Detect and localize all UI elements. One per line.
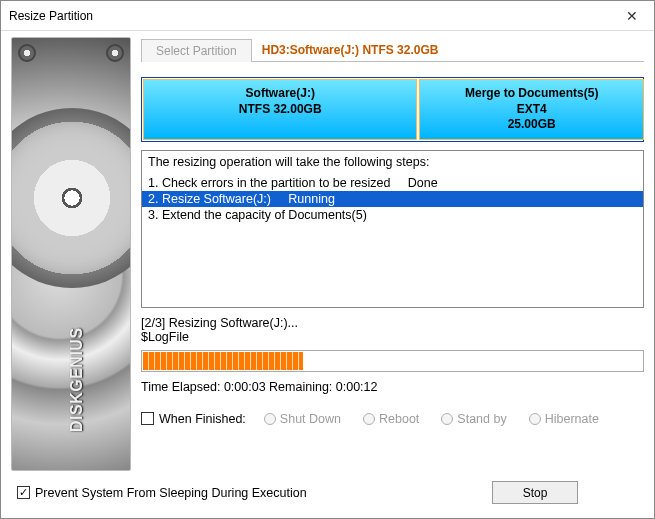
window-title: Resize Partition [9,9,609,23]
status-line-1: [2/3] Resizing Software(J:)... [141,316,644,330]
partition-source-detail: NTFS 32.00GB [148,102,412,118]
tab-row: Select Partition HD3:Software(J:) NTFS 3… [141,37,644,63]
checkbox-icon: ✓ [17,486,30,499]
timing-label: Time Elapsed: 0:00:03 Remaining: 0:00:12 [141,380,644,394]
radio-icon [363,413,375,425]
prevent-sleep-label: Prevent System From Sleeping During Exec… [35,486,307,500]
resize-partition-window: Resize Partition ✕ DISKGENIUS Select Par… [0,0,655,519]
brand-text: DISKGENIUS [68,327,86,432]
when-finished-option: Shut Down [264,412,341,426]
partition-source[interactable]: Software(J:) NTFS 32.00GB [143,79,417,140]
steps-intro: The resizing operation will take the fol… [142,153,643,175]
status-line-2: $LogFile [141,330,644,344]
partition-bar[interactable]: Software(J:) NTFS 32.00GB Merge to Docum… [141,77,644,142]
checkbox-icon [141,412,154,425]
partition-target[interactable]: Merge to Documents(5) EXT4 25.00GB [419,79,644,140]
disk-illustration: DISKGENIUS [11,37,131,471]
when-finished-row: When Finished: Shut DownRebootStand byHi… [141,412,644,426]
when-finished-option: Stand by [441,412,506,426]
radio-icon [264,413,276,425]
stop-button[interactable]: Stop [492,481,578,504]
titlebar: Resize Partition ✕ [1,1,654,31]
partition-source-name: Software(J:) [148,86,412,102]
partition-target-size: 25.00GB [424,117,639,133]
step-row[interactable]: 2. Resize Software(J:) Running [142,191,643,207]
radio-icon [441,413,453,425]
partition-target-name: Merge to Documents(5) [424,86,639,102]
current-partition-label: HD3:Software(J:) NTFS 32.0GB [252,39,644,62]
when-finished-option: Reboot [363,412,419,426]
radio-label: Shut Down [280,412,341,426]
dialog-body: DISKGENIUS Select Partition HD3:Software… [1,31,654,471]
radio-label: Stand by [457,412,506,426]
main-column: Select Partition HD3:Software(J:) NTFS 3… [141,37,644,471]
partition-target-fs: EXT4 [424,102,639,118]
steps-list: The resizing operation will take the fol… [141,150,644,308]
when-finished-checkbox[interactable]: When Finished: [141,412,246,426]
step-row[interactable]: 1. Check errors in the partition to be r… [142,175,643,191]
prevent-sleep-checkbox[interactable]: ✓ Prevent System From Sleeping During Ex… [17,486,307,500]
when-finished-label: When Finished: [159,412,246,426]
radio-icon [529,413,541,425]
step-row[interactable]: 3. Extend the capacity of Documents(5) [142,207,643,223]
progress-bar [141,350,644,372]
close-button[interactable]: ✕ [609,1,654,30]
radio-label: Reboot [379,412,419,426]
footer: ✓ Prevent System From Sleeping During Ex… [1,471,654,518]
when-finished-option: Hibernate [529,412,599,426]
radio-label: Hibernate [545,412,599,426]
progress-fill [143,352,303,370]
select-partition-tab[interactable]: Select Partition [141,39,252,62]
